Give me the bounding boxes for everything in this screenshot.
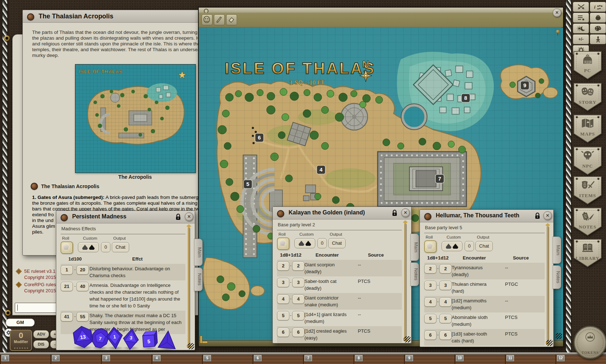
hotbar-slot[interactable]: 2 — [50, 355, 101, 364]
sidebar-item-items[interactable]: ITEMS — [574, 176, 602, 204]
map-close-button[interactable]: ✕ — [553, 8, 561, 17]
table-row[interactable]: 4- 4 Giant constrictor snake (medium) -- — [277, 293, 402, 310]
table-row[interactable]: 21- 40 Amnesia. Disadvantage on Intellig… — [61, 280, 185, 311]
modifier-box[interactable]: 0 Modifier — [10, 330, 32, 351]
sidebar-item-pc[interactable]: PC — [574, 51, 602, 79]
range-to-chip[interactable]: 6 — [292, 328, 304, 337]
hotbar-slot[interactable]: 4 — [152, 355, 202, 364]
custom-modifier-value[interactable]: 0 — [465, 241, 474, 251]
range-to-chip[interactable]: 2 — [439, 264, 452, 274]
output-chat-button[interactable]: Chat — [112, 242, 129, 252]
scrollbar-rod[interactable] — [188, 227, 190, 345]
map-resize-handle[interactable] — [556, 333, 562, 339]
custom-dice-slot[interactable] — [442, 241, 462, 251]
range-to-chip[interactable]: 20 — [76, 265, 89, 275]
window-icon[interactable] — [277, 210, 284, 217]
close-button[interactable]: ✕ — [401, 208, 410, 217]
window-icon[interactable] — [424, 213, 431, 220]
token-pouch-icon[interactable] — [590, 13, 606, 23]
day-night-icon[interactable] — [573, 23, 589, 34]
map-marker-7[interactable]: 7 — [435, 174, 444, 183]
tab-notes[interactable]: Notes — [553, 265, 561, 289]
color-palette-icon[interactable] — [590, 23, 606, 34]
table-row[interactable]: 2- 2 Tyrannosaurus (deadly) -- — [424, 263, 545, 279]
hotbar-slot[interactable]: 11 — [505, 355, 556, 364]
range-to-chip[interactable]: 55 — [76, 312, 89, 321]
d4-die[interactable] — [157, 329, 178, 351]
map-marker-4[interactable]: 4 — [317, 165, 325, 174]
resize-handle[interactable] — [188, 343, 194, 349]
map-window-titlebar[interactable] — [199, 8, 563, 13]
tab-notes[interactable]: Notes — [194, 267, 203, 291]
output-chat-button[interactable]: Chat — [475, 241, 493, 251]
range-to-chip[interactable]: 4 — [439, 297, 452, 307]
tab-main[interactable]: Main — [410, 234, 419, 261]
sidebar-item-npc[interactable]: NPC — [574, 147, 602, 175]
lock-icon[interactable] — [175, 214, 181, 220]
range-from-chip[interactable]: 4 — [277, 294, 289, 304]
range-from-chip[interactable]: 5 — [424, 314, 436, 323]
map-marker-9[interactable]: 9 — [521, 81, 529, 90]
modifier-list-icon[interactable] — [573, 13, 589, 23]
table-row[interactable]: 6- 6 [1d3] saber-tooth cats (hard) PTCS — [424, 329, 545, 346]
roll-die-button[interactable] — [277, 238, 289, 250]
range-to-chip[interactable]: 5 — [439, 314, 452, 323]
lock-icon[interactable] — [392, 210, 398, 216]
custom-modifier-value[interactable]: 0 — [317, 238, 327, 248]
custom-dice-slot[interactable] — [78, 242, 99, 252]
hotbar-slot[interactable]: 10 — [454, 355, 505, 364]
roll-die-button[interactable] — [61, 241, 73, 254]
sidebar-item-notes[interactable]: NOTES — [574, 208, 602, 236]
range-from-chip[interactable]: 2 — [424, 264, 436, 274]
range-to-chip[interactable]: 4 — [292, 294, 304, 304]
roll-die-button[interactable] — [424, 240, 436, 253]
acropolis-thumbnail-map[interactable]: ISLE OF THALAS — [75, 64, 196, 173]
resize-handle[interactable] — [404, 336, 410, 342]
hotbar-slot[interactable]: 3 — [101, 355, 152, 364]
tab-main[interactable]: Main — [553, 236, 561, 264]
range-to-chip[interactable]: 2 — [292, 261, 304, 271]
hotbar-slot[interactable]: 5 — [202, 355, 252, 364]
range-from-chip[interactable]: 4 — [424, 297, 436, 307]
map-marker-6[interactable]: 6 — [255, 133, 264, 142]
range-to-chip[interactable]: 3 — [292, 278, 304, 287]
sidebar-item-story[interactable]: STORY — [574, 83, 602, 111]
advantage-button[interactable]: ADV — [33, 330, 49, 338]
range-from-chip[interactable]: 6 — [424, 330, 436, 340]
close-button[interactable]: ✕ — [185, 212, 193, 221]
story-link[interactable]: The Thalasian Acropolis — [31, 183, 99, 190]
range-from-chip[interactable]: 6 — [277, 328, 289, 337]
eraser-tool-button[interactable] — [226, 14, 237, 25]
range-from-chip[interactable]: 5 — [277, 311, 289, 320]
lock-icon[interactable] — [535, 213, 540, 219]
tab-main[interactable]: Main — [194, 239, 203, 266]
d8-die[interactable]: 3 — [122, 327, 140, 351]
party-info-icon[interactable]: i — [590, 2, 606, 12]
range-from-chip[interactable]: 3 — [277, 278, 289, 287]
hotbar-slot[interactable]: 8 — [354, 355, 404, 364]
range-from-chip[interactable]: 2 — [277, 261, 289, 271]
story-window-icon[interactable] — [27, 13, 34, 21]
table-row[interactable]: 4- 4 [1d2] mammoths (medium) -- — [424, 296, 545, 312]
mask-tool-button[interactable] — [202, 14, 212, 25]
map-marker-8[interactable]: 8 — [461, 94, 470, 102]
disadvantage-button[interactable]: DIS — [33, 340, 49, 349]
table-row[interactable]: 3- 3 Saber-tooth cat (deadly) PTCS — [277, 276, 402, 293]
hotbar-slot[interactable]: 7 — [303, 355, 354, 364]
hotbar-slot[interactable]: 6 — [252, 355, 303, 364]
gm-identity-label[interactable]: GM — [6, 319, 35, 327]
map-pin-icon[interactable] — [556, 30, 559, 36]
tab-notes[interactable]: Notes — [410, 262, 419, 286]
walking-figure-icon[interactable] — [590, 34, 606, 44]
sidebar-item-tokens[interactable]: TOKENS — [574, 326, 606, 359]
range-from-chip[interactable]: 1 — [61, 265, 73, 275]
d6-die[interactable]: 5 — [141, 329, 159, 349]
sidebar-item-library[interactable]: LIBRARY — [574, 239, 602, 267]
range-from-chip[interactable]: 3 — [424, 281, 436, 290]
pencil-tool-button[interactable] — [214, 14, 225, 25]
range-from-chip[interactable]: 21 — [61, 282, 73, 291]
range-to-chip[interactable]: 40 — [76, 282, 89, 291]
range-to-chip[interactable]: 3 — [439, 281, 452, 290]
scrollbar-rod[interactable] — [404, 223, 406, 338]
table-row[interactable]: 3- 3 Thulean chimera (hard) PTGC — [424, 279, 545, 296]
